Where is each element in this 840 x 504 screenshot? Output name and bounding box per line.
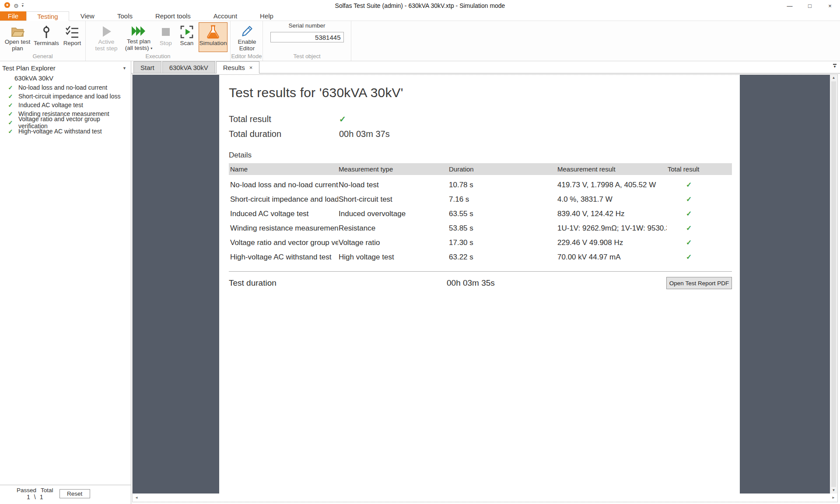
menu-testing[interactable]: Testing	[26, 11, 69, 21]
flask-icon	[206, 24, 220, 40]
titlebar: ⚙ ▾ Solfas Test Suite (admin) - 630kVA 3…	[0, 0, 840, 11]
dropdown-caret-icon: ▾	[150, 46, 152, 50]
tab-start-label: Start	[140, 64, 154, 71]
test-plan-label1: Test plan	[127, 38, 150, 45]
menu-file[interactable]: File	[0, 11, 26, 21]
test-duration-label: Test duration	[229, 278, 447, 288]
tab-close-icon[interactable]: ×	[249, 64, 253, 71]
group-label-editor-mode: Editor Mode	[231, 53, 262, 61]
cell-result: 419.73 V, 1.7998 A, 405.52 W	[557, 181, 667, 189]
checklist-icon	[65, 24, 79, 40]
scroll-right-icon[interactable]: ►	[832, 496, 835, 500]
gear-icon[interactable]: ⚙	[14, 3, 19, 9]
tab-start[interactable]: Start	[133, 61, 161, 73]
cell-type: No-load test	[338, 181, 448, 189]
page-margin-left	[133, 75, 219, 494]
terminal-icon	[42, 24, 51, 40]
open-test-plan-label2: plan	[12, 45, 23, 52]
maximize-button[interactable]: □	[800, 0, 820, 11]
enable-editor-label1: Enable	[238, 38, 256, 45]
cell-duration: 7.16 s	[448, 195, 557, 204]
group-label-execution: Execution	[86, 53, 230, 61]
tree-item[interactable]: ✓ No-load loss and no-load current	[0, 83, 131, 92]
total-value: 1	[40, 494, 43, 500]
table-row[interactable]: Induced AC voltage test Induced overvolt…	[229, 206, 732, 221]
results-document: Test results for '630kVA 30kV' Total res…	[132, 74, 838, 502]
window-controls: — □ ×	[780, 0, 840, 11]
report-button[interactable]: Report	[61, 22, 83, 52]
tree-item[interactable]: ✓ Voltage ratio and vector group verific…	[0, 118, 131, 127]
scroll-up-icon[interactable]: ▲	[832, 76, 836, 80]
col-header-result: Measurement result	[557, 165, 667, 173]
tree-item[interactable]: ✓ Short-circuit impedance and load loss	[0, 92, 131, 101]
fast-forward-icon	[131, 24, 147, 38]
cell-type: Resistance	[338, 224, 448, 233]
cell-duration: 63.22 s	[448, 253, 557, 262]
terminals-label: Terminals	[34, 40, 59, 46]
vertical-scroll-thumb[interactable]	[831, 81, 836, 487]
cell-duration: 17.30 s	[448, 238, 557, 247]
ribbon-spacer	[351, 21, 840, 61]
total-result-label: Total result	[229, 114, 339, 124]
tree-item[interactable]: ✓ Induced AC voltage test	[0, 101, 131, 109]
menu-view[interactable]: View	[69, 11, 106, 21]
test-plan-label2: (all tests)	[125, 45, 149, 51]
table-row[interactable]: Winding resistance measurement Resistanc…	[229, 221, 732, 235]
horizontal-scrollbar[interactable]: ◄ ►	[133, 494, 837, 502]
stop-label: Stop	[160, 40, 172, 46]
enable-editor-button[interactable]: Enable Editor	[233, 22, 261, 52]
total-result-check-icon: ✓	[339, 114, 346, 124]
simulation-button[interactable]: Simulation	[199, 22, 228, 52]
folder-icon	[10, 24, 24, 38]
vertical-scrollbar[interactable]: ▲ ▼	[830, 75, 837, 494]
cell-result: 70.00 kV 44.97 mA	[557, 253, 667, 262]
report-label: Report	[63, 40, 81, 46]
check-icon: ✓	[7, 119, 14, 126]
cell-name: No-load loss and no-load current	[229, 181, 338, 189]
active-test-step-button: Active test step	[92, 22, 121, 52]
simulation-label: Simulation	[199, 40, 227, 46]
active-test-step-label1: Active	[98, 38, 115, 45]
cell-duration: 10.78 s	[448, 181, 557, 189]
tree-root-node[interactable]: 630kVA 30kV	[0, 74, 131, 83]
ribbon-group-execution: Active test step Test plan (all tests) ▾…	[86, 21, 231, 61]
scroll-left-icon[interactable]: ◄	[135, 496, 138, 500]
open-test-plan-button[interactable]: Open test plan	[4, 22, 32, 52]
scan-button[interactable]: Scan	[176, 22, 197, 52]
table-row[interactable]: No-load loss and no-load current No-load…	[229, 178, 732, 192]
tab-overflow-icon[interactable]: ▼	[833, 64, 836, 69]
cell-type: Voltage ratio	[338, 238, 448, 247]
menu-tools[interactable]: Tools	[106, 11, 144, 21]
test-plan-all-tests-button[interactable]: Test plan (all tests) ▾	[122, 22, 155, 52]
cell-type: Induced overvoltage	[338, 210, 448, 218]
menu-account[interactable]: Account	[202, 11, 248, 21]
menu-report-tools[interactable]: Report tools	[144, 11, 202, 21]
reset-button[interactable]: Reset	[60, 489, 90, 498]
table-row[interactable]: High-voltage AC withstand test High volt…	[229, 250, 732, 264]
table-row[interactable]: Voltage ratio and vector group verificat…	[229, 235, 732, 250]
cell-type: High voltage test	[338, 253, 448, 262]
qat-dropdown-icon[interactable]: ▾	[22, 4, 24, 8]
table-row[interactable]: Short-circuit impedance and load loss Sh…	[229, 192, 732, 206]
tab-630kva-30kv[interactable]: 630kVA 30kV	[162, 61, 215, 73]
minimize-button[interactable]: —	[780, 0, 800, 11]
close-button[interactable]: ×	[820, 0, 840, 11]
pass-check-icon: ✓	[686, 239, 692, 246]
serial-number-input[interactable]	[270, 32, 344, 42]
explorer-dropdown-icon[interactable]: ▼	[122, 66, 126, 70]
terminals-button[interactable]: Terminals	[33, 22, 60, 52]
cell-name: Voltage ratio and vector group verificat…	[229, 238, 338, 247]
pass-check-icon: ✓	[686, 196, 692, 203]
play-icon	[101, 24, 112, 38]
total-result-row: Total result ✓	[229, 112, 740, 126]
open-test-plan-label1: Open test	[5, 38, 31, 45]
test-duration-row: Test duration 00h 03m 35s Open Test Repo…	[229, 277, 732, 289]
menu-help[interactable]: Help	[248, 11, 285, 21]
stop-icon	[161, 24, 171, 40]
explorer-header: Test Plan Explorer ▼	[0, 61, 131, 74]
scroll-down-icon[interactable]: ▼	[832, 488, 836, 493]
open-test-report-pdf-button[interactable]: Open Test Report PDF	[666, 277, 732, 289]
tab-results[interactable]: Results ×	[216, 61, 260, 74]
cell-name: Short-circuit impedance and load loss	[229, 195, 338, 204]
cell-type: Short-circuit test	[338, 195, 448, 204]
